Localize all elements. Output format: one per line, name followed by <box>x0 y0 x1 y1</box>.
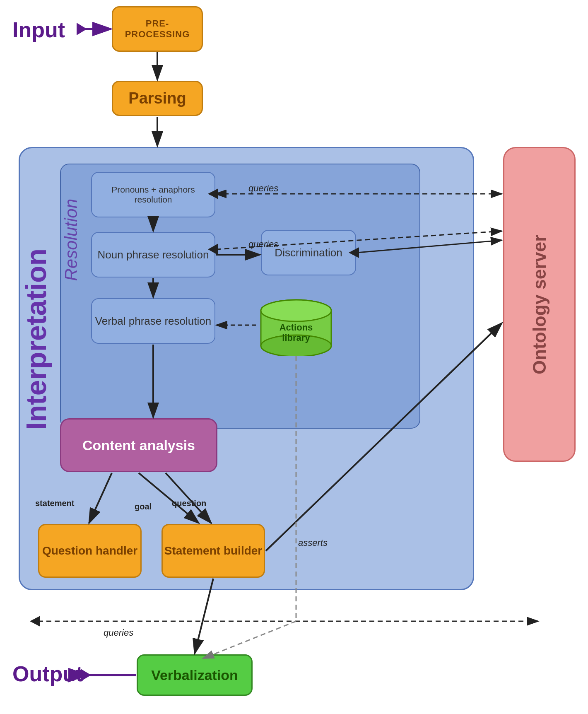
content-analysis-box: Content analysis <box>60 418 217 472</box>
svg-marker-14 <box>77 23 87 35</box>
question-handler-box: Question handler <box>38 524 142 578</box>
input-label: Input <box>12 17 65 42</box>
svg-point-5 <box>261 300 331 321</box>
svg-text:library: library <box>282 333 310 343</box>
svg-marker-40 <box>30 616 40 627</box>
parsing-box: Parsing <box>112 81 203 116</box>
actions-library: Actions library <box>257 298 335 356</box>
verbal-phrase-box: Verbal phrase resolution <box>91 298 215 344</box>
svg-text:Actions: Actions <box>280 322 313 333</box>
discrimination-box: Discrimination <box>261 230 356 275</box>
preprocessing-box: PRE- PROCESSING <box>112 6 203 52</box>
ontology-server-box: Ontology server <box>503 147 576 462</box>
resolution-label: Resolution <box>61 199 81 281</box>
noun-phrase-box: Noun phrase resolution <box>91 232 215 277</box>
diagram-container: Input PRE- PROCESSING Parsing Interpreta… <box>0 0 588 714</box>
svg-text:queries: queries <box>104 627 133 638</box>
verbalization-box: Verbalization <box>137 654 253 696</box>
output-label: Output <box>12 661 83 686</box>
pronouns-box: Pronouns + anaphors resolution <box>91 172 215 217</box>
interpretation-label: Interpretation <box>20 248 52 430</box>
svg-line-44 <box>203 621 296 659</box>
statement-builder-box: Statement builder <box>161 524 265 578</box>
